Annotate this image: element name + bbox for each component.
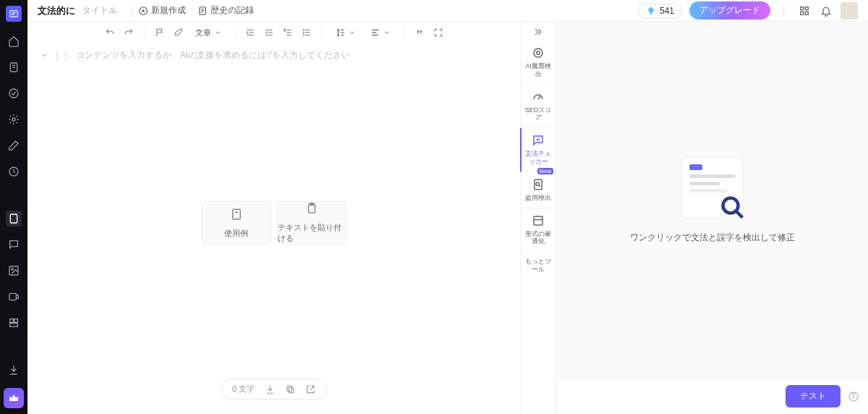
svg-rect-12	[9, 293, 16, 300]
rail-ai-detect[interactable]: AI魔窟検出	[521, 41, 556, 85]
apps-grid-icon[interactable]	[797, 5, 812, 17]
nav-history-icon[interactable]	[6, 164, 22, 179]
history-doc-icon	[197, 6, 208, 16]
crown-premium-icon[interactable]	[4, 388, 24, 408]
rail-more[interactable]: もっとツール	[521, 252, 556, 279]
svg-line-57	[539, 185, 540, 187]
svg-text:1: 1	[284, 29, 285, 32]
ordered-list-icon[interactable]: 1	[281, 26, 294, 39]
nav-document-active-icon[interactable]	[6, 211, 22, 227]
svg-point-11	[12, 269, 14, 271]
gauge-icon	[532, 90, 545, 104]
nav-template-icon[interactable]	[6, 315, 22, 331]
rail-grammar[interactable]: 文法チェッカー	[521, 128, 556, 172]
drag-handle-icon[interactable]: ⋮⋮	[53, 51, 70, 61]
nav-video-icon[interactable]	[6, 289, 22, 305]
rail-seo[interactable]: SEOスコア	[521, 85, 556, 129]
download-icon[interactable]	[6, 362, 22, 378]
svg-point-7	[12, 118, 15, 121]
svg-point-42	[303, 35, 304, 35]
nav-gear-icon[interactable]	[6, 111, 22, 127]
new-document-link[interactable]: 新規作成	[138, 4, 186, 17]
paste-card-label: テキストを貼り付ける	[278, 222, 346, 244]
info-icon[interactable]	[848, 391, 859, 402]
char-count-value: 0 文字	[232, 384, 255, 394]
rail-plagiarism-label: 盗用検出	[525, 194, 551, 202]
history-label: 歴史の記録	[210, 4, 254, 17]
svg-rect-26	[805, 12, 808, 14]
svg-rect-46	[232, 209, 240, 219]
download-icon[interactable]	[265, 384, 275, 394]
svg-rect-9	[10, 214, 17, 223]
paste-card[interactable]: テキストを貼り付ける	[277, 201, 346, 245]
example-card[interactable]: 使用例	[202, 201, 271, 245]
line-height-icon	[336, 28, 346, 38]
svg-line-54	[538, 96, 540, 99]
editor-area[interactable]: + ⋮⋮ コンテンツを入力するか、AIの支援を求めるには'/'を入力してください…	[27, 43, 520, 414]
svg-rect-51	[286, 386, 292, 391]
svg-rect-13	[10, 319, 14, 323]
outdent-icon[interactable]	[244, 26, 257, 39]
test-button[interactable]: テスト	[786, 385, 841, 407]
avatar[interactable]	[841, 2, 858, 20]
upgrade-button[interactable]: アップグレード	[689, 1, 770, 20]
align-left-icon	[370, 28, 380, 38]
svg-rect-1	[12, 12, 16, 13]
bell-icon[interactable]	[819, 5, 833, 17]
svg-point-6	[9, 89, 18, 98]
svg-rect-50	[289, 387, 294, 392]
diamond-icon	[646, 6, 656, 16]
chat-check-icon	[532, 134, 545, 147]
chevron-down-icon	[214, 29, 221, 36]
svg-point-64	[853, 394, 854, 394]
history-link[interactable]: 歴史の記録	[197, 4, 254, 17]
redo-icon[interactable]	[122, 26, 135, 39]
search-doc-icon	[532, 178, 545, 191]
text-style-label: 文章	[195, 28, 211, 38]
nav-home-icon[interactable]	[6, 33, 22, 49]
indent-icon[interactable]	[263, 26, 276, 39]
grammar-illustration	[681, 156, 744, 219]
rail-format[interactable]: 形式の最適化	[521, 208, 556, 253]
nav-chat-icon[interactable]	[6, 237, 22, 253]
app-logo[interactable]	[6, 6, 22, 22]
rail-format-label: 形式の最適化	[522, 230, 554, 246]
external-icon[interactable]	[305, 384, 315, 394]
svg-rect-0	[10, 11, 18, 17]
svg-rect-23	[801, 7, 804, 9]
chevron-down-icon	[383, 29, 391, 36]
add-block-icon[interactable]: +	[42, 51, 47, 61]
text-style-dropdown[interactable]: 文章	[191, 28, 226, 38]
paste-icon	[305, 202, 318, 215]
nav-pencil-icon[interactable]	[6, 138, 22, 153]
svg-rect-55	[535, 179, 542, 190]
eraser-icon[interactable]	[172, 26, 185, 39]
collapse-rail-icon[interactable]	[521, 23, 556, 41]
credits-pill[interactable]: 541	[638, 4, 682, 18]
undo-icon[interactable]	[103, 26, 116, 39]
rail-seo-label: SEOスコア	[522, 106, 554, 122]
copy-icon[interactable]	[285, 384, 295, 394]
credits-value: 541	[660, 6, 674, 16]
align-dropdown[interactable]	[366, 28, 395, 38]
rail-plagiarism[interactable]: Beta 盗用検出	[521, 172, 556, 208]
layout-icon	[532, 214, 545, 227]
nav-check-icon[interactable]	[6, 85, 22, 101]
editor-placeholder: コンテンツを入力するか、AIの支援を求めるには'/'を入力してください	[76, 49, 350, 62]
page-title: 文法的に	[38, 4, 75, 17]
line-height-dropdown[interactable]	[331, 28, 360, 38]
rail-grammar-label: 文法チェッカー	[522, 150, 554, 166]
svg-rect-25	[801, 12, 804, 14]
bullet-list-icon[interactable]	[300, 26, 313, 39]
nav-image-icon[interactable]	[6, 263, 22, 279]
svg-point-41	[303, 32, 304, 33]
quote-icon[interactable]	[413, 26, 426, 39]
divider	[132, 5, 132, 17]
flag-icon[interactable]	[153, 26, 166, 39]
new-document-label: 新規作成	[151, 4, 186, 17]
magnifier-icon	[720, 195, 746, 221]
plus-circle-icon	[138, 6, 148, 16]
char-count-pill: 0 文字	[221, 379, 326, 400]
nav-doc-icon[interactable]	[6, 59, 22, 75]
fullscreen-icon[interactable]	[432, 26, 445, 39]
